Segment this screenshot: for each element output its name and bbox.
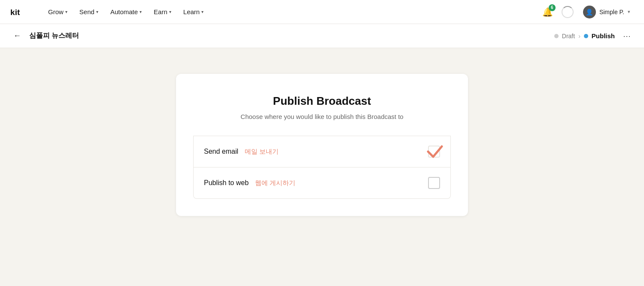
loading-spinner	[562, 6, 574, 18]
avatar-icon: 👤	[586, 9, 593, 15]
publish-button[interactable]: Publish	[592, 32, 615, 40]
status-arrow-icon: ›	[578, 33, 580, 40]
status-bar: Draft › Publish	[554, 32, 615, 40]
chevron-down-icon: ▾	[96, 9, 98, 14]
nav-item-automate[interactable]: Automate ▾	[105, 6, 147, 18]
publish-to-web-label: Publish to web 웹에 게시하기	[204, 179, 428, 187]
card-title: Publish Broadcast	[193, 94, 451, 108]
send-email-option[interactable]: Send email 메일 보내기	[193, 136, 451, 167]
main-content: Publish Broadcast Choose where you would…	[0, 48, 644, 286]
publish-to-web-checkbox[interactable]	[428, 177, 440, 189]
nav-item-grow[interactable]: Grow ▾	[43, 6, 73, 18]
publish-card: Publish Broadcast Choose where you would…	[176, 74, 468, 216]
notification-badge: 6	[549, 4, 556, 11]
publish-status-dot	[584, 34, 588, 38]
nav-item-earn[interactable]: Earn ▾	[149, 6, 176, 18]
page-title: 심폴피 뉴스레터	[29, 31, 549, 40]
svg-text:kit: kit	[10, 8, 20, 17]
chevron-down-icon: ▾	[140, 9, 142, 14]
nav-right: 🔔 6 👤 Simple P. ▾	[540, 4, 634, 20]
navbar: kit Grow ▾ Send ▾ Automate ▾ Earn ▾ Lear…	[0, 0, 644, 24]
nav-item-learn[interactable]: Learn ▾	[178, 6, 209, 18]
user-menu-button[interactable]: 👤 Simple P. ▾	[580, 4, 634, 20]
notification-button[interactable]: 🔔 6	[540, 4, 556, 20]
nav-items: Grow ▾ Send ▾ Automate ▾ Earn ▾ Learn ▾	[43, 6, 540, 18]
send-email-checkbox[interactable]	[428, 146, 440, 158]
nav-item-send[interactable]: Send ▾	[74, 6, 103, 18]
more-options-button[interactable]: ⋯	[620, 29, 634, 43]
avatar: 👤	[583, 6, 596, 18]
draft-status-label: Draft	[562, 33, 575, 40]
logo[interactable]: kit	[10, 6, 31, 18]
user-name: Simple P.	[599, 9, 624, 15]
subheader: ← 심폴피 뉴스레터 Draft › Publish ⋯	[0, 24, 644, 48]
chevron-down-icon: ▾	[169, 9, 171, 14]
send-email-label: Send email 메일 보내기	[204, 148, 428, 156]
publish-to-web-option[interactable]: Publish to web 웹에 게시하기	[193, 167, 451, 199]
chevron-down-icon: ▾	[65, 9, 67, 14]
ellipsis-icon: ⋯	[623, 31, 631, 41]
chevron-down-icon: ▾	[628, 9, 630, 15]
chevron-down-icon: ▾	[201, 9, 204, 14]
back-button[interactable]: ←	[10, 29, 24, 43]
draft-status-dot	[554, 34, 559, 38]
card-subtitle: Choose where you would like to publish t…	[193, 113, 451, 120]
